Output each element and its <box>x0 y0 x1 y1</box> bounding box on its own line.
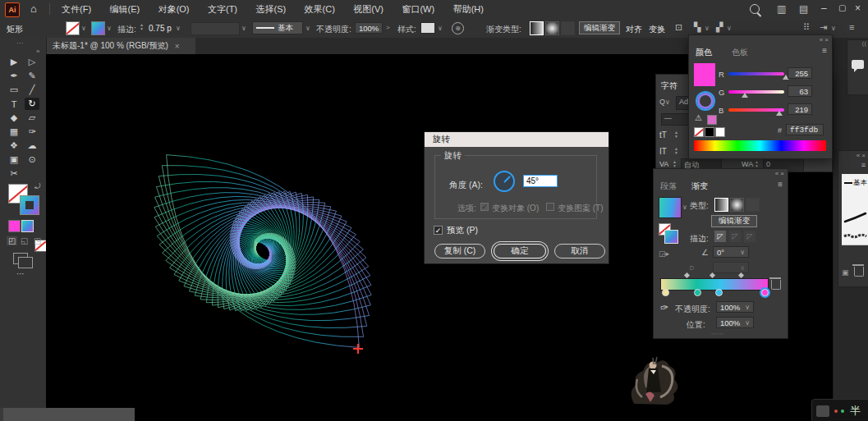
channel-b-slider[interactable] <box>728 108 784 112</box>
opacity-caret[interactable]: > <box>386 24 390 31</box>
width-profile-caret[interactable]: ∨ <box>241 25 246 32</box>
width-profile-dropdown[interactable] <box>191 22 240 35</box>
rotate-tool[interactable]: ↻ <box>25 98 39 110</box>
pen-tool[interactable]: ✒ <box>7 70 21 82</box>
isolate-object-icon[interactable]: ⊡ <box>675 22 682 33</box>
gradient-midpoint-3[interactable] <box>738 272 744 278</box>
font-search-icon[interactable]: Q∨ <box>659 98 670 106</box>
shape-options-icon[interactable]: ▞ <box>716 22 723 33</box>
gradient-tool[interactable]: ▦ <box>7 126 21 138</box>
type-tool[interactable]: T <box>7 98 21 110</box>
delete-brush-icon[interactable] <box>854 267 864 277</box>
style-swatch[interactable] <box>420 22 435 34</box>
gradient-collapse-icon[interactable]: « <box>775 170 778 177</box>
stroke-along-icon[interactable]: ◸ <box>729 231 741 242</box>
menu-edit[interactable]: 编辑(E) <box>103 0 148 18</box>
panel-resize-grip[interactable]: ⋯⋯ <box>711 331 724 337</box>
stroke-color-swatch[interactable] <box>91 21 105 35</box>
dock-expand-icon[interactable]: ⟨⟨ <box>862 41 866 48</box>
channel-g-handle[interactable] <box>742 93 748 98</box>
gradient-stop-3[interactable] <box>715 289 723 296</box>
eyedropper-tool[interactable]: ✑ <box>25 126 39 138</box>
home-icon[interactable]: ⌂ <box>30 2 37 15</box>
tab-gradient[interactable]: 渐变 <box>691 181 708 192</box>
opacity-value-box[interactable]: 100% <box>355 22 383 34</box>
gradient-menu-icon[interactable]: ≡ <box>778 180 783 189</box>
rotate-dialog-titlebar[interactable]: 旋转 <box>425 132 609 147</box>
channel-r-slider[interactable] <box>728 72 784 76</box>
gradient-stroke-proxy[interactable] <box>664 230 678 244</box>
blend-tool[interactable]: ❖ <box>7 140 21 152</box>
menu-effect[interactable]: 效果(C) <box>297 0 342 18</box>
menu-view[interactable]: 视图(V) <box>346 0 391 18</box>
stroke-style-dropdown[interactable]: 基本 <box>252 21 303 34</box>
cancel-button[interactable]: 取消 <box>554 244 605 259</box>
panel-list-icon[interactable]: ≡ <box>849 22 854 32</box>
gradient-radial-button[interactable] <box>545 21 559 35</box>
fill-color-swatch[interactable] <box>66 21 80 35</box>
comments-panel-collapsed[interactable]: ⟨⟨ <box>847 39 868 95</box>
fill-dropdown-caret[interactable]: ∨ <box>81 25 86 32</box>
gradient-eyedropper-icon[interactable]: ✑ <box>659 301 669 314</box>
color-collapse-icon[interactable]: « <box>820 36 823 43</box>
angle-input[interactable] <box>523 175 558 187</box>
more-tools-icon[interactable]: ⋯ <box>16 269 25 278</box>
stroke-proxy-ring[interactable] <box>697 93 714 109</box>
brush-item-basic[interactable]: 基本 <box>842 174 868 192</box>
ime-indicator[interactable]: 半 <box>811 399 868 421</box>
white-chip[interactable] <box>715 127 725 137</box>
align-options-caret[interactable]: ∨ <box>705 25 710 32</box>
tab-character[interactable]: 字符 <box>661 80 677 92</box>
reference-point-marker[interactable] <box>353 344 363 354</box>
hex-value-field[interactable]: ff3fdb <box>786 124 824 135</box>
gradient-close-icon[interactable]: × <box>780 170 784 177</box>
dock-options-icon[interactable]: ⇥ <box>820 22 827 33</box>
none-chip[interactable] <box>694 127 704 137</box>
stroke-dropdown-caret[interactable]: ∨ <box>107 25 112 32</box>
gradient-stop-1[interactable] <box>662 289 669 296</box>
draw-behind-mode-icon[interactable]: ◱ <box>21 236 28 245</box>
delete-stop-icon[interactable] <box>771 280 781 290</box>
scale-tool[interactable]: ▱ <box>25 112 39 124</box>
ok-button[interactable]: 确定 <box>494 244 546 259</box>
tab-paragraph[interactable]: 段落 <box>660 181 677 192</box>
angle-dial[interactable] <box>494 171 515 192</box>
leading-stepper[interactable]: ▲▼ <box>674 147 678 155</box>
gradient-freeform-button[interactable] <box>561 21 575 35</box>
gradient-type-freeform[interactable] <box>746 198 760 212</box>
align-options-icon[interactable]: ▚ <box>694 22 700 33</box>
direct-selection-tool[interactable]: ▷ <box>25 56 39 68</box>
stroke-style-caret[interactable]: ∨ <box>305 25 310 32</box>
out-of-gamut-warning-icon[interactable]: ⚠ <box>695 113 702 122</box>
gradient-stop-2[interactable] <box>694 289 701 296</box>
gradient-stop-4-selected[interactable] <box>761 289 769 296</box>
new-brush-icon[interactable]: ▣ <box>842 268 849 277</box>
brushes-collapse-icon[interactable]: « <box>857 152 860 159</box>
aspect-ratio-dropdown[interactable]: ∨ <box>713 262 749 273</box>
window-close-button[interactable]: × <box>855 2 861 14</box>
edit-gradient-panel-button[interactable]: 编辑渐变 <box>711 215 757 227</box>
gradient-preview-swatch[interactable] <box>659 197 682 218</box>
window-maximize-button[interactable]: ▢ <box>838 3 846 12</box>
grid-icon[interactable]: ⠿ <box>803 22 810 33</box>
menu-type[interactable]: 文字(T) <box>200 0 245 18</box>
gradient-linear-button[interactable] <box>530 21 544 35</box>
color-spectrum-bar[interactable] <box>694 140 826 151</box>
artboard-tool[interactable]: ▣ <box>7 153 21 166</box>
document-setup-icon[interactable]: ⊕ <box>452 22 464 34</box>
illustrator-logo-icon[interactable]: Ai <box>5 2 20 17</box>
window-minimize-button[interactable]: – <box>821 2 827 14</box>
tracking-stepper[interactable]: ▲▼ <box>755 160 759 168</box>
gradient-mode-button[interactable] <box>21 220 34 232</box>
dock-options-caret[interactable]: ∨ <box>831 25 836 32</box>
toolbar-grip[interactable]: ⋯ <box>16 39 25 47</box>
gradient-midpoint-1[interactable] <box>684 272 690 278</box>
style-caret[interactable]: ∨ <box>438 25 443 32</box>
brushes-menu-icon[interactable]: ≡ <box>861 161 866 169</box>
channel-g-slider[interactable] <box>728 90 784 94</box>
align-link[interactable]: 对齐 <box>626 24 642 35</box>
stroke-across-icon[interactable]: ◸ <box>744 231 755 242</box>
paintbrush-tool[interactable]: ╱ <box>25 84 39 96</box>
menu-select[interactable]: 选择(S) <box>248 0 293 18</box>
stroke-weight-value[interactable]: 0.75 p <box>149 24 172 33</box>
